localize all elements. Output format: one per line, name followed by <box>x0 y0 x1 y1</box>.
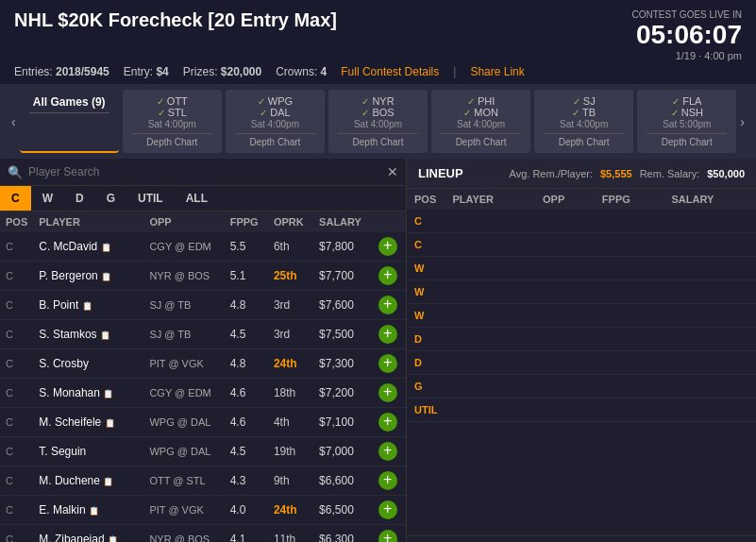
player-oprk: 24th <box>268 496 313 525</box>
add-player-button[interactable]: + <box>378 413 397 432</box>
table-row: C S. Monahan 📋 CGY @ EDM 4.6 18th $7,200… <box>0 379 406 408</box>
lineup-row: C <box>407 210 756 233</box>
depth-chart-link[interactable]: Depth Chart <box>338 133 418 147</box>
tab-all[interactable]: ALL <box>175 186 219 211</box>
col-pos: POS <box>0 212 33 232</box>
add-player-button[interactable]: + <box>378 500 397 519</box>
lineup-table: POS PLAYER OPP FPPG SALARY C C W <box>407 189 756 535</box>
depth-chart-link[interactable]: Depth Chart <box>544 133 624 147</box>
lineup-col-player: PLAYER <box>445 189 535 210</box>
tab-d[interactable]: D <box>64 186 95 211</box>
game-card-sj-tb[interactable]: ✓ SJ✓ TB Sat 4:00pm Depth Chart <box>534 90 633 153</box>
close-icon[interactable]: ✕ <box>387 164 398 179</box>
lineup-row: C <box>407 233 756 257</box>
lineup-fppg <box>595 328 664 351</box>
lineup-fppg <box>595 304 664 328</box>
player-opp: PIT @ VGK <box>143 496 224 525</box>
lineup-row: D <box>407 351 756 375</box>
player-salary: $7,600 <box>313 291 373 320</box>
add-player-button[interactable]: + <box>378 383 397 402</box>
player-pos: C <box>0 291 33 320</box>
player-fppg: 4.6 <box>225 379 268 408</box>
add-player-button[interactable]: + <box>378 442 397 461</box>
avg-rem-value: $5,555 <box>600 168 632 179</box>
game-time: Sat 4:00pm <box>544 119 624 129</box>
player-opp: OTT @ STL <box>143 466 224 496</box>
avg-rem-label: Avg. Rem./Player: <box>510 168 593 179</box>
add-player-button[interactable]: + <box>378 325 397 344</box>
games-nav-left[interactable]: ‹ <box>8 90 20 153</box>
lineup-pos: C <box>407 233 445 257</box>
lineup-salary <box>664 233 757 257</box>
player-add-cell: + <box>373 262 406 291</box>
game-card-ott-stl[interactable]: ✓ OTT✓ STL Sat 4:00pm Depth Chart <box>123 90 222 153</box>
player-fppg: 4.1 <box>225 525 268 543</box>
lineup-stats: Avg. Rem./Player: $5,555 Rem. Salary: $5… <box>510 168 745 179</box>
player-add-cell: + <box>373 525 406 543</box>
tab-util[interactable]: UTIL <box>126 186 175 211</box>
depth-chart-link[interactable]: Depth Chart <box>235 133 315 147</box>
depth-chart-link[interactable]: Depth Chart <box>132 133 212 147</box>
lineup-fppg <box>595 280 664 304</box>
game-card-fla-nsh[interactable]: ✓ FLA✓ NSH Sat 5:00pm Depth Chart <box>637 90 736 153</box>
all-games-depth <box>29 112 109 116</box>
lineup-pos: C <box>407 210 445 233</box>
player-salary: $6,300 <box>313 525 373 543</box>
player-salary: $7,100 <box>313 408 373 437</box>
player-pos: C <box>0 262 33 291</box>
player-salary: $7,300 <box>313 349 373 379</box>
player-pos: C <box>0 232 33 262</box>
crowns-label: Crowns: 4 <box>276 65 327 78</box>
player-name: S. Monahan 📋 <box>33 379 143 408</box>
game-card-phi-mon[interactable]: ✓ PHI✓ MON Sat 4:00pm Depth Chart <box>431 90 530 153</box>
player-name: M. Duchene 📋 <box>33 466 143 496</box>
add-player-button[interactable]: + <box>378 266 397 285</box>
player-opp: PIT @ VGK <box>143 349 224 379</box>
full-contest-link[interactable]: Full Contest Details <box>341 65 439 78</box>
lineup-opp <box>535 280 595 304</box>
lineup-opp <box>535 257 595 280</box>
lineup-col-pos: POS <box>407 189 445 210</box>
player-add-cell: + <box>373 437 406 466</box>
lineup-pos: G <box>407 375 445 398</box>
lineup-salary <box>664 328 757 351</box>
tab-w[interactable]: W <box>31 186 64 211</box>
lineup-player <box>445 257 535 280</box>
player-name: S. Crosby <box>33 349 143 379</box>
player-fppg: 4.6 <box>225 408 268 437</box>
game-card-all[interactable]: All Games (9) <box>20 90 119 153</box>
player-add-cell: + <box>373 466 406 496</box>
games-nav-right[interactable]: › <box>736 90 748 153</box>
col-player: PLAYER <box>33 212 143 232</box>
player-table: POS PLAYER OPP FPPG OPRK SALARY C C. McD… <box>0 212 406 542</box>
player-oprk: 19th <box>268 437 313 466</box>
lineup-opp <box>535 233 595 257</box>
depth-chart-link[interactable]: Depth Chart <box>441 133 521 147</box>
player-pos: C <box>0 379 33 408</box>
game-card-wpg-dal[interactable]: ✓ WPG✓ DAL Sat 4:00pm Depth Chart <box>226 90 325 153</box>
depth-chart-link[interactable]: Depth Chart <box>647 133 727 147</box>
share-link[interactable]: Share Link <box>470 65 524 78</box>
search-input[interactable] <box>28 165 381 178</box>
lineup-title: LINEUP <box>418 166 463 180</box>
player-salary: $6,600 <box>313 466 373 496</box>
game-teams: ✓ WPG✓ DAL <box>235 95 315 118</box>
game-card-nyr-bos[interactable]: ✓ NYR✓ BOS Sat 4:00pm Depth Chart <box>328 90 428 153</box>
tab-c[interactable]: C <box>0 186 31 211</box>
lineup-row: W <box>407 304 756 328</box>
player-oprk: 18th <box>268 379 313 408</box>
game-teams: ✓ NYR✓ BOS <box>338 95 418 118</box>
tab-g[interactable]: G <box>95 186 126 211</box>
player-oprk: 11th <box>268 525 313 543</box>
add-player-button[interactable]: + <box>378 530 397 542</box>
add-player-button[interactable]: + <box>378 296 397 314</box>
add-player-button[interactable]: + <box>378 354 397 373</box>
col-oprk: OPRK <box>268 212 313 232</box>
col-salary: SALARY <box>313 212 373 232</box>
player-add-cell: + <box>373 408 406 437</box>
lineup-player <box>445 328 535 351</box>
add-player-button[interactable]: + <box>378 471 397 490</box>
table-row: C B. Point 📋 SJ @ TB 4.8 3rd $7,600 + <box>0 291 406 320</box>
add-player-button[interactable]: + <box>378 237 397 256</box>
player-oprk: 24th <box>268 349 313 379</box>
